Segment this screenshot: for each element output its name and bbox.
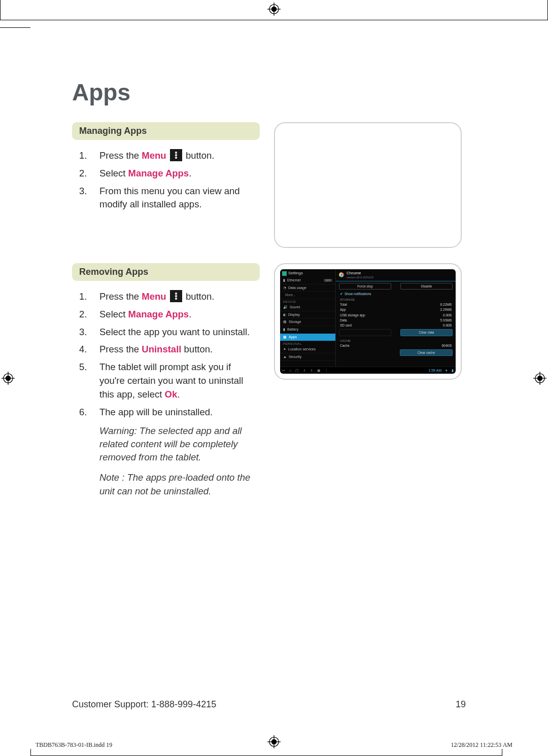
highlight: Menu: [142, 291, 166, 302]
highlight: Menu: [142, 150, 166, 161]
highlight: Manage Apps: [128, 168, 189, 178]
step-text: The app will be uninstalled.: [99, 406, 260, 419]
screenshot-frame: Settings ▮EthernetOFF ◔Data usage More..…: [274, 263, 462, 380]
step-text: button.: [183, 291, 215, 302]
storage-label: STORAGE: [336, 297, 456, 302]
app-name: Chrome: [347, 271, 373, 276]
crop-tick: [502, 749, 502, 756]
warning-note: Warning: The selected app and all relate…: [99, 424, 257, 464]
crop-tick: [30, 749, 31, 756]
indesign-slug: TBDB763B-783-01-IB.indd 19 12/28/2012 11…: [36, 741, 512, 749]
sidebar-group-personal: PERSONAL: [280, 341, 335, 346]
step-text: button.: [183, 150, 215, 161]
sidebar-item-ethernet[interactable]: ▮EthernetOFF: [280, 277, 335, 284]
vol-up-icon[interactable]: ⇧: [310, 369, 313, 373]
step-text: Press the: [99, 150, 142, 161]
screenshot-icon[interactable]: ▣: [317, 369, 321, 373]
show-notifications-checkbox[interactable]: ✔Show notifications: [336, 291, 456, 297]
highlight: Uninstall: [142, 344, 181, 354]
section-heading-removing: Removing Apps: [72, 263, 260, 281]
screenshot-placeholder: [274, 122, 462, 248]
step: Press the Menu button.: [72, 290, 260, 304]
back-icon[interactable]: ↩: [282, 369, 285, 373]
sidebar-item-storage[interactable]: ▤Storage: [280, 318, 335, 326]
android-navbar: ↩ ⌂ ▢ ⇩ ⇧ ▣ ⋮ 1:59 AM ▾ ▮: [280, 367, 456, 374]
menu-icon: [170, 149, 182, 161]
indd-file: TBDB763B-783-01-IB.indd 19: [36, 741, 112, 749]
support-text: Customer Support: 1-888-999-4215: [72, 699, 216, 710]
storage-row: USB storage app0.00B: [336, 312, 456, 317]
home-icon[interactable]: ⌂: [289, 369, 291, 372]
step-text: Select the app you want to uninstall.: [99, 326, 260, 339]
move-button: [339, 329, 391, 336]
page-number: 19: [456, 699, 466, 710]
step-text: Press the: [99, 344, 142, 354]
managing-apps-section: Managing Apps Press the Menu button. Sel…: [72, 122, 260, 248]
sidebar-group-device: DEVICE: [280, 299, 335, 304]
page-content: Apps Managing Apps Press the Menu button…: [31, 28, 501, 733]
step-text: .: [189, 309, 191, 319]
sidebar-item-data-usage[interactable]: ◔Data usage: [280, 284, 335, 292]
app-detail-pane: Chrome version 18.0.1025123 Force stop D…: [336, 269, 456, 367]
crop-tick: [0, 27, 30, 28]
section-heading-managing: Managing Apps: [72, 122, 260, 140]
step-text: From this menu you can view and modify a…: [99, 185, 260, 212]
step: Select Manage Apps.: [72, 308, 260, 321]
storage-row: App2.29MB: [336, 307, 456, 312]
battery-icon: ▮: [452, 369, 454, 373]
registration-mark-icon: [267, 2, 281, 16]
step: The tablet will prompt ask you if you're…: [72, 361, 260, 401]
clear-cache-button[interactable]: Clear cache: [400, 349, 453, 356]
registration-mark-icon: [533, 371, 547, 385]
step: Press the Menu button.: [72, 149, 260, 163]
step-text: Select: [99, 168, 128, 178]
removing-apps-section: Removing Apps Press the Menu button. Sel…: [72, 263, 260, 505]
step: The app will be uninstalled.: [72, 406, 260, 419]
step-text: button.: [181, 344, 213, 354]
menu-icon: [170, 290, 182, 302]
storage-row: Data5.93MB: [336, 317, 456, 322]
page-title: Apps: [72, 79, 466, 106]
step-text: Select: [99, 309, 128, 319]
step: Press the Uninstall button.: [72, 343, 260, 356]
sidebar-item-more[interactable]: More...: [280, 292, 335, 299]
disable-button[interactable]: Disable: [400, 283, 453, 290]
vol-down-icon[interactable]: ⇩: [303, 369, 306, 373]
sidebar-item-security[interactable]: ▲Security: [280, 353, 335, 361]
wifi-icon: ▾: [446, 369, 448, 373]
sidebar-item-apps[interactable]: ▦Apps: [280, 334, 335, 341]
storage-row: SD card0.00B: [336, 322, 456, 328]
registration-mark-icon: [1, 371, 15, 385]
settings-title: Settings: [280, 270, 335, 277]
sidebar-item-display[interactable]: ◐Display: [280, 311, 335, 319]
step: From this menu you can view and modify a…: [72, 185, 260, 212]
clear-data-button[interactable]: Clear data: [400, 329, 453, 336]
app-version: version 18.0.1025123: [347, 276, 373, 279]
managing-steps: Press the Menu button. Select Manage App…: [72, 149, 260, 211]
step-text: .: [177, 389, 180, 400]
menu-dots-icon[interactable]: ⋮: [325, 369, 328, 373]
step: Select Manage Apps.: [72, 167, 260, 181]
step-text: Press the: [99, 291, 142, 302]
indd-timestamp: 12/28/2012 11:22:53 AM: [451, 741, 512, 749]
recent-icon[interactable]: ▢: [295, 369, 299, 373]
clock: 1:59 AM: [428, 369, 441, 372]
storage-row: Total8.22MB: [336, 302, 456, 307]
cache-row: Cache604KB: [336, 343, 456, 348]
force-stop-button[interactable]: Force stop: [339, 283, 391, 290]
info-note: Note : The apps pre-loaded onto the unit…: [99, 471, 257, 498]
highlight: Ok: [165, 389, 178, 400]
page-footer: Customer Support: 1-888-999-4215 19: [72, 699, 466, 710]
sidebar-item-battery[interactable]: ▮Battery: [280, 326, 335, 334]
highlight: Manage Apps: [128, 309, 189, 319]
tablet-screenshot: Settings ▮EthernetOFF ◔Data usage More..…: [280, 269, 456, 374]
cache-label: CACHE: [336, 338, 456, 343]
notes: Warning: The selected app and all relate…: [72, 424, 260, 498]
settings-sidebar: Settings ▮EthernetOFF ◔Data usage More..…: [280, 269, 336, 367]
step: Select the app you want to uninstall.: [72, 326, 260, 339]
removing-steps: Press the Menu button. Select Manage App…: [72, 290, 260, 419]
sidebar-item-location[interactable]: ✦Location services: [280, 346, 335, 353]
sidebar-item-sound[interactable]: 🔊Sound: [280, 304, 335, 311]
step-text: .: [189, 168, 191, 178]
chrome-icon: [339, 272, 344, 277]
